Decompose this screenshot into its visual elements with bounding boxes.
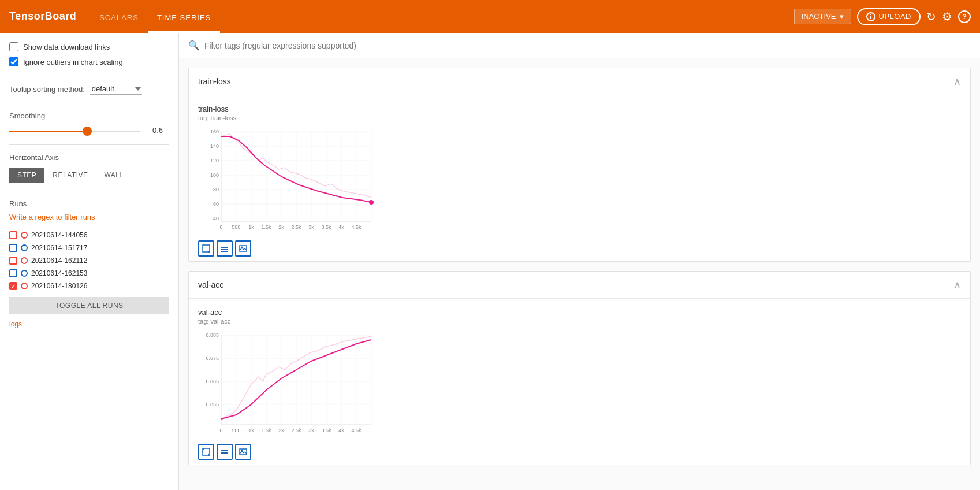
divider-3 bbox=[9, 144, 169, 145]
run4-color-box bbox=[9, 269, 17, 277]
smoothing-row: 0.6 bbox=[9, 126, 169, 136]
main-layout: Show data download links Ignore outliers… bbox=[0, 33, 980, 490]
train-loss-chart-actions bbox=[198, 240, 961, 257]
svg-text:0.855: 0.855 bbox=[206, 402, 219, 407]
tooltip-label: Tooltip sorting method: bbox=[9, 85, 85, 94]
tooltip-select[interactable]: default ascending descending nearest bbox=[90, 83, 142, 95]
svg-rect-75 bbox=[221, 455, 228, 455]
nav-scalars[interactable]: SCALARS bbox=[90, 13, 148, 33]
run-item-3: 20210614-162112 bbox=[9, 257, 169, 265]
sidebar: Show data download links Ignore outliers… bbox=[0, 33, 179, 490]
run1-color-circle bbox=[21, 232, 28, 239]
svg-rect-40 bbox=[240, 246, 247, 251]
settings-icon[interactable]: ⚙ bbox=[942, 10, 952, 24]
svg-rect-76 bbox=[240, 449, 247, 455]
wall-button[interactable]: WALL bbox=[96, 168, 132, 183]
svg-text:2.5k: 2.5k bbox=[291, 224, 301, 230]
train-loss-chart-title: train-loss bbox=[198, 105, 961, 113]
svg-text:0: 0 bbox=[219, 224, 222, 230]
run1-color-box bbox=[9, 231, 17, 239]
tooltip-row: Tooltip sorting method: default ascendin… bbox=[9, 83, 169, 95]
image-button-val-acc[interactable] bbox=[235, 444, 251, 460]
val-acc-title: val-acc bbox=[198, 280, 223, 289]
svg-text:3.5k: 3.5k bbox=[321, 428, 331, 433]
train-loss-section: train-loss ∧ train-loss tag: train-loss bbox=[188, 68, 971, 262]
svg-text:2k: 2k bbox=[278, 428, 284, 433]
expand-button-train-loss[interactable] bbox=[198, 240, 214, 257]
filter-tags-input[interactable] bbox=[204, 41, 971, 50]
logo: TensorBoard bbox=[9, 10, 76, 23]
run5-color-circle bbox=[21, 283, 28, 289]
svg-text:1.5k: 1.5k bbox=[261, 428, 271, 433]
refresh-icon[interactable]: ↻ bbox=[926, 10, 936, 24]
run2-color-box bbox=[9, 244, 17, 252]
svg-text:140: 140 bbox=[210, 143, 219, 149]
run4-label: 20210614-162153 bbox=[31, 269, 87, 277]
run5-label: 20210614-180126 bbox=[31, 282, 87, 290]
data-button-val-acc[interactable] bbox=[217, 444, 233, 460]
smoothing-value: 0.6 bbox=[146, 126, 169, 136]
show-download-checkbox[interactable] bbox=[9, 42, 18, 51]
train-loss-chart-tag: tag: train-loss bbox=[198, 114, 961, 121]
val-acc-chart-title: val-acc bbox=[198, 308, 961, 317]
image-button-train-loss[interactable] bbox=[235, 240, 251, 257]
run-item-4: 20210614-162153 bbox=[9, 269, 169, 277]
show-download-label: Show data download links bbox=[23, 43, 110, 51]
expand-button-val-acc[interactable] bbox=[198, 444, 214, 460]
main-nav: SCALARS TIME SERIES bbox=[90, 0, 220, 33]
run-item-2: 20210614-151717 bbox=[9, 244, 169, 252]
collapse-icon[interactable]: ∧ bbox=[953, 75, 961, 88]
svg-point-35 bbox=[369, 200, 374, 205]
svg-text:2.5k: 2.5k bbox=[291, 428, 301, 433]
svg-text:160: 160 bbox=[210, 129, 219, 135]
train-loss-chart[interactable]: 160 140 120 100 80 60 40 0 500 1k 1.5k 2… bbox=[198, 126, 383, 236]
data-button-train-loss[interactable] bbox=[217, 240, 233, 257]
nav-time-series[interactable]: TIME SERIES bbox=[148, 13, 220, 33]
val-acc-collapse-icon[interactable]: ∧ bbox=[953, 279, 961, 291]
train-loss-body: train-loss tag: train-loss bbox=[189, 95, 970, 261]
filter-bar: 🔍 bbox=[179, 33, 980, 58]
run3-color-box bbox=[9, 257, 17, 265]
svg-text:80: 80 bbox=[213, 187, 219, 192]
svg-rect-38 bbox=[221, 249, 228, 250]
relative-button[interactable]: RELATIVE bbox=[44, 168, 96, 183]
val-acc-chart-tag: tag: val-acc bbox=[198, 318, 961, 325]
help-icon[interactable]: ? bbox=[958, 10, 971, 23]
svg-rect-39 bbox=[221, 251, 228, 252]
svg-text:4k: 4k bbox=[338, 428, 344, 433]
svg-text:100: 100 bbox=[210, 172, 219, 178]
svg-text:500: 500 bbox=[232, 428, 240, 433]
svg-text:500: 500 bbox=[232, 224, 240, 230]
svg-text:0: 0 bbox=[219, 428, 222, 433]
info-icon: i bbox=[866, 12, 875, 21]
svg-text:4.5k: 4.5k bbox=[351, 224, 362, 230]
chevron-down-icon: ▾ bbox=[840, 12, 844, 21]
val-acc-body: val-acc tag: val-acc bbox=[189, 299, 970, 465]
upload-button[interactable]: i UPLOAD bbox=[857, 8, 921, 25]
divider-4 bbox=[9, 191, 169, 191]
smoothing-slider[interactable] bbox=[9, 131, 140, 132]
step-button[interactable]: STEP bbox=[9, 168, 44, 183]
header-right: INACTIVE ▾ i UPLOAD ↻ ⚙ ? bbox=[794, 8, 971, 25]
train-loss-title: train-loss bbox=[198, 77, 231, 86]
main-content: 🔍 train-loss ∧ train-loss tag: train-los… bbox=[179, 33, 980, 490]
ignore-outliers-option: Ignore outliers in chart scaling bbox=[9, 57, 169, 66]
ignore-outliers-checkbox[interactable] bbox=[9, 57, 18, 66]
run5-color-box: ✓ bbox=[9, 282, 17, 290]
run4-color-circle bbox=[21, 270, 28, 277]
inactive-dropdown[interactable]: INACTIVE ▾ bbox=[794, 9, 851, 24]
svg-text:4k: 4k bbox=[338, 224, 344, 230]
toggle-all-button[interactable]: TOGGLE ALL RUNS bbox=[9, 297, 169, 314]
svg-text:120: 120 bbox=[210, 158, 219, 164]
logs-link[interactable]: logs bbox=[9, 320, 169, 328]
svg-text:3.5k: 3.5k bbox=[321, 224, 331, 230]
run1-label: 20210614-144056 bbox=[31, 231, 87, 239]
filter-runs-input[interactable] bbox=[9, 213, 169, 224]
svg-text:0.885: 0.885 bbox=[206, 332, 219, 338]
val-acc-chart[interactable]: 0.885 0.875 0.865 0.855 0 500 1k 1.5k 2k… bbox=[198, 329, 383, 439]
run3-label: 20210614-162112 bbox=[31, 257, 87, 265]
h-axis-title: Horizontal Axis bbox=[9, 153, 169, 162]
svg-text:4.5k: 4.5k bbox=[351, 428, 362, 433]
train-loss-header: train-loss ∧ bbox=[189, 68, 970, 95]
val-acc-chart-actions bbox=[198, 444, 961, 460]
